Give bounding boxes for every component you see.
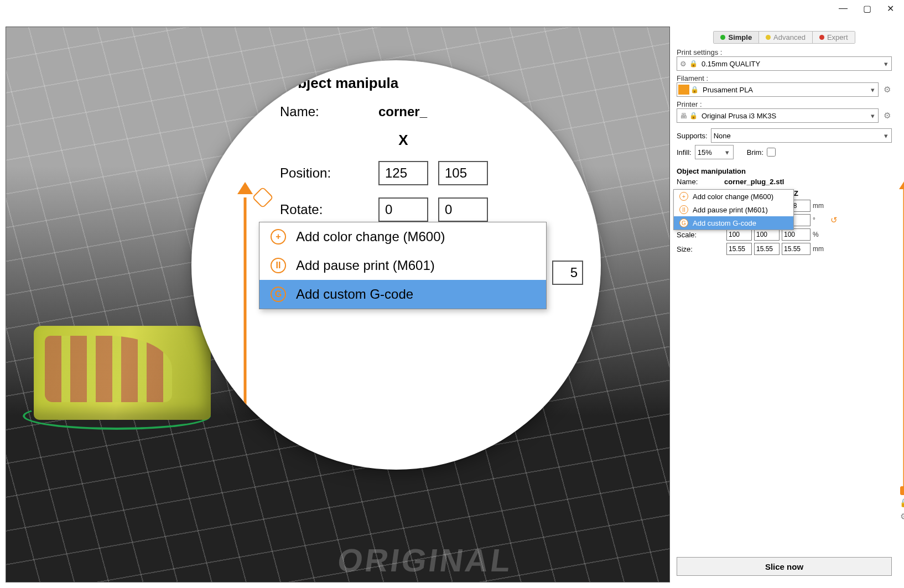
workspace: ORIGINAL Object manipula Name: corner_ X… xyxy=(6,27,898,582)
lock-icon: 🔒 xyxy=(689,60,699,67)
printer-select[interactable]: 🖶 🔒 Original Prusa i3 MK3S ▾ xyxy=(677,108,879,123)
menu-add-color-change-zoom[interactable]: + Add color change (M600) xyxy=(259,222,546,251)
3d-viewport[interactable]: ORIGINAL Object manipula Name: corner_ X… xyxy=(6,27,670,582)
size-label: Size: xyxy=(677,245,724,253)
dot-red-icon xyxy=(819,35,824,40)
position-label-zoom: Position: xyxy=(280,165,368,181)
zoom-callout: Object manipula Name: corner_ X Position… xyxy=(191,60,601,470)
model-face xyxy=(45,336,172,402)
close-button[interactable]: ✕ xyxy=(887,3,894,14)
scale-x-input[interactable] xyxy=(726,228,752,241)
om-name-value: corner_plug_2.stl xyxy=(724,178,784,186)
printer-icon: 🖶 xyxy=(677,112,689,120)
size-x-input[interactable] xyxy=(726,243,752,255)
side-panel: Simple Advanced Expert Print settings : … xyxy=(670,27,898,582)
menu-add-pause-print-zoom[interactable]: II Add pause print (M601) xyxy=(259,251,546,280)
position-y-zoom[interactable]: 105 xyxy=(438,161,488,185)
pause-icon: II xyxy=(271,258,286,273)
dot-green-icon xyxy=(720,35,725,40)
menu-add-color-change[interactable]: + Add color change (M600) xyxy=(674,190,793,203)
slider-thumb-top-zoom[interactable] xyxy=(237,182,253,194)
menu-add-pause-print[interactable]: II Add pause print (M601) xyxy=(674,203,793,216)
pause-icon: II xyxy=(679,205,688,214)
infill-select[interactable]: 15% ▾ xyxy=(695,145,734,159)
maximize-button[interactable]: ▢ xyxy=(863,3,871,14)
menu-add-custom-gcode[interactable]: G Add custom G-code xyxy=(674,216,793,230)
axis-x-zoom: X xyxy=(378,132,428,149)
filament-select[interactable]: 🔒 Prusament PLA ▾ xyxy=(677,82,879,97)
tab-expert[interactable]: Expert xyxy=(813,32,855,43)
bed-watermark: ORIGINAL xyxy=(335,542,515,579)
plus-icon: + xyxy=(271,229,286,244)
infill-label: Infill: xyxy=(677,148,692,157)
slice-now-button[interactable]: Slice now xyxy=(677,557,892,576)
rotate-label-zoom: Rotate: xyxy=(280,202,368,217)
rotate-x-zoom[interactable]: 0 xyxy=(378,197,428,222)
mode-tabs: Simple Advanced Expert xyxy=(713,31,855,44)
position-unit: mm xyxy=(813,202,828,210)
model-object[interactable] xyxy=(34,326,211,420)
scale-z-input[interactable] xyxy=(782,228,811,241)
chevron-down-icon: ▾ xyxy=(880,132,891,140)
size-z-input[interactable] xyxy=(782,243,811,255)
print-settings-select[interactable]: ⚙ 🔒 0.15mm QUALITY ▾ xyxy=(677,56,892,71)
minimize-button[interactable]: — xyxy=(839,3,848,13)
lock-icon: 🔒 xyxy=(690,86,700,93)
supports-select[interactable]: None ▾ xyxy=(711,128,892,143)
chevron-down-icon: ▾ xyxy=(722,148,733,157)
name-value-zoom: corner_ xyxy=(378,104,427,119)
slider-thumb-top[interactable] xyxy=(899,181,904,189)
gear-icon: ⚙ xyxy=(677,60,689,68)
tab-advanced[interactable]: Advanced xyxy=(759,32,813,43)
slider-lock-icon[interactable]: 🔓 xyxy=(900,498,905,507)
size-unit: mm xyxy=(813,245,828,253)
brim-label: Brim: xyxy=(747,148,763,157)
om-name-label: Name: xyxy=(677,178,721,186)
brim-checkbox[interactable] xyxy=(767,148,776,157)
window-controls: — ▢ ✕ xyxy=(839,0,904,17)
chevron-down-icon: ▾ xyxy=(867,86,878,94)
scale-unit: % xyxy=(813,231,828,238)
supports-label: Supports: xyxy=(677,132,708,140)
slider-thumb-bottom[interactable] xyxy=(900,486,904,495)
printer-label: Printer : xyxy=(677,100,892,108)
dot-yellow-icon xyxy=(766,35,771,40)
partial-input-zoom[interactable]: 5 xyxy=(552,261,583,285)
size-y-input[interactable] xyxy=(754,243,780,255)
gcode-icon: G xyxy=(679,218,688,227)
rotate-y-zoom[interactable]: 0 xyxy=(438,197,488,222)
position-x-zoom[interactable]: 125 xyxy=(378,161,428,185)
plus-icon: + xyxy=(679,192,688,201)
om-title: Object manipulation xyxy=(677,167,892,175)
filament-label: Filament : xyxy=(677,74,892,82)
context-menu: + Add color change (M600) II Add pause p… xyxy=(673,189,794,230)
rotate-unit: ° xyxy=(813,216,828,224)
tab-simple[interactable]: Simple xyxy=(714,32,759,43)
print-settings-label: Print settings : xyxy=(677,48,892,56)
chevron-down-icon: ▾ xyxy=(867,112,878,120)
chevron-down-icon: ▾ xyxy=(880,60,891,68)
rotate-reset-button[interactable]: ↺ xyxy=(830,215,840,225)
context-menu-zoom: + Add color change (M600) II Add pause p… xyxy=(259,222,547,309)
layer-slider[interactable]: 🔓 ⚙ 10.10(67) 0.20(1) xyxy=(887,181,904,511)
lock-icon: 🔒 xyxy=(689,112,699,119)
menu-add-custom-gcode-zoom[interactable]: G Add custom G-code xyxy=(259,280,546,309)
gcode-icon: G xyxy=(271,287,286,302)
slider-settings-button[interactable]: ⚙ xyxy=(900,511,904,522)
name-label-zoom: Name: xyxy=(280,104,368,119)
printer-settings-button[interactable]: ⚙ xyxy=(882,111,892,121)
scale-y-input[interactable] xyxy=(754,228,780,241)
filament-settings-button[interactable]: ⚙ xyxy=(882,85,892,95)
scale-label: Scale: xyxy=(677,231,724,239)
filament-color-icon xyxy=(678,85,689,95)
